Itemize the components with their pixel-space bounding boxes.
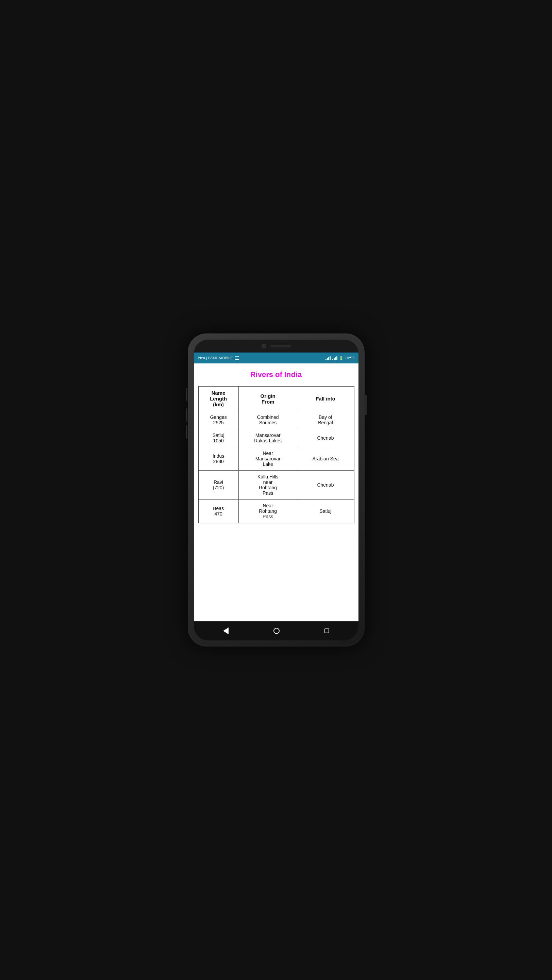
col-header-fallinto: Fall into (297, 386, 354, 411)
rivers-table: NameLength(km) OriginFrom Fall into Gang… (198, 386, 354, 523)
camera (262, 344, 266, 348)
table-row: Indus2880NearMansarovarLakeArabian Sea (198, 447, 354, 471)
col-header-origin: OriginFrom (238, 386, 297, 411)
cell-origin: NearMansarovarLake (238, 447, 297, 471)
col-header-name: NameLength(km) (198, 386, 239, 411)
back-icon (223, 627, 228, 634)
app-content: Rivers of India NameLength(km) OriginFro… (194, 363, 358, 621)
screen-content: Rivers of India NameLength(km) OriginFro… (194, 363, 358, 621)
cell-name: Satluj1050 (198, 429, 239, 447)
recents-button[interactable] (319, 627, 335, 635)
cell-name: Ganges2525 (198, 411, 239, 429)
cell-fallinto: Chenab (297, 471, 354, 500)
cell-name: Beas470 (198, 500, 239, 523)
signal-icon-2 (332, 356, 337, 360)
cell-origin: MansarovarRakas Lakes (238, 429, 297, 447)
table-row: Ganges2525CombinedSourcesBay ofBengal (198, 411, 354, 429)
cell-fallinto: Satluj (297, 500, 354, 523)
cell-origin: NearRohtangPass (238, 500, 297, 523)
carrier-info: Idea | BSNL MOBILE (198, 356, 239, 360)
phone-screen: Idea | BSNL MOBILE 🔋 10:52 (194, 340, 358, 640)
cell-origin: CombinedSources (238, 411, 297, 429)
phone-top-hardware (194, 340, 358, 353)
clock: 10:52 (345, 356, 354, 360)
back-button[interactable] (218, 625, 234, 636)
cell-name: Indus2880 (198, 447, 239, 471)
home-icon (273, 628, 279, 634)
phone-device: Idea | BSNL MOBILE 🔋 10:52 (188, 334, 365, 646)
table-header-row: NameLength(km) OriginFrom Fall into (198, 386, 354, 411)
status-bar: Idea | BSNL MOBILE 🔋 10:52 (194, 353, 358, 363)
table-row: Beas470NearRohtangPassSatluj (198, 500, 354, 523)
cell-origin: Kullu HillsnearRohtangPass (238, 471, 297, 500)
cell-name: Ravi(720) (198, 471, 239, 500)
notification-icon (235, 356, 239, 360)
battery-icon: 🔋 (339, 356, 343, 360)
nav-bar (194, 621, 358, 640)
carrier-text: Idea | BSNL MOBILE (198, 356, 233, 360)
signal-icon-1 (325, 356, 331, 360)
recents-icon (324, 628, 329, 633)
table-row: Ravi(720)Kullu HillsnearRohtangPassChena… (198, 471, 354, 500)
cell-fallinto: Chenab (297, 429, 354, 447)
home-button[interactable] (268, 626, 285, 636)
speaker (270, 345, 291, 347)
page-title: Rivers of India (198, 370, 354, 379)
cell-fallinto: Bay ofBengal (297, 411, 354, 429)
cell-fallinto: Arabian Sea (297, 447, 354, 471)
table-row: Satluj1050MansarovarRakas LakesChenab (198, 429, 354, 447)
status-right: 🔋 10:52 (325, 356, 354, 360)
